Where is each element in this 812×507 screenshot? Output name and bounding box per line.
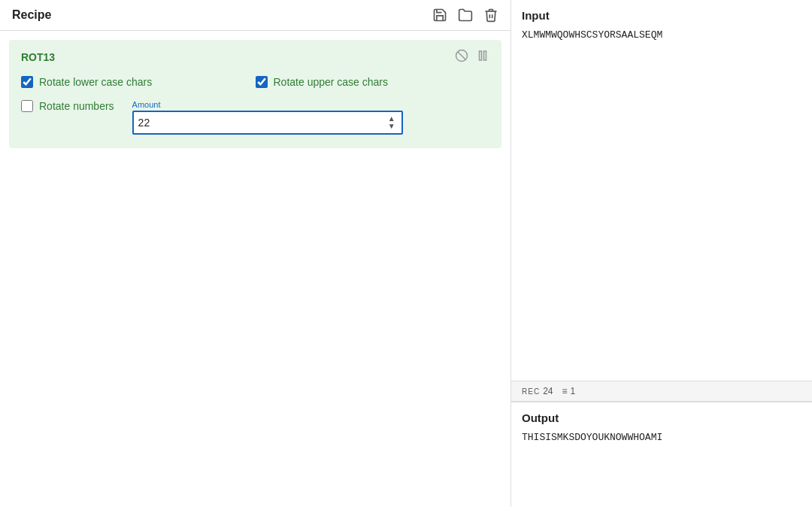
- recipe-title: Recipe: [12, 8, 51, 22]
- svg-line-1: [458, 52, 466, 60]
- status-lines: ≡ 1: [562, 386, 575, 396]
- status-bar: REC 24 ≡ 1: [511, 381, 812, 402]
- rotate-lower-label: Rotate lower case chars: [39, 76, 152, 88]
- line-separator-icon: ≡: [562, 386, 567, 396]
- amount-decrement-button[interactable]: ▼: [386, 123, 397, 130]
- rotate-upper-checkbox-group[interactable]: Rotate upper case chars: [256, 76, 490, 88]
- status-rec: REC 24: [522, 386, 553, 396]
- output-textarea[interactable]: [522, 432, 801, 498]
- output-title: Output: [522, 411, 801, 424]
- rot13-header: ROT13: [21, 49, 489, 65]
- rec-label: REC: [522, 387, 540, 396]
- open-folder-icon[interactable]: [458, 8, 473, 23]
- rot13-label: ROT13: [21, 51, 55, 63]
- right-panel: Input REC 24 ≡ 1 Output: [511, 0, 812, 507]
- disable-icon[interactable]: [455, 49, 468, 65]
- rotate-lower-checkbox[interactable]: [21, 76, 33, 88]
- rot13-bottom: Rotate numbers Amount ▲ ▼: [21, 100, 489, 135]
- rot13-actions: [455, 49, 489, 65]
- input-section: Input: [511, 0, 812, 381]
- input-title: Input: [522, 9, 801, 22]
- recipe-empty-area: [0, 157, 511, 507]
- rot13-checkboxes: Rotate lower case chars Rotate upper cas…: [21, 76, 489, 88]
- recipe-toolbar: [432, 8, 498, 23]
- svg-rect-2: [480, 51, 482, 60]
- char-count: 24: [543, 386, 553, 396]
- rot13-block: ROT13 Rotate l: [9, 40, 501, 148]
- rotate-upper-label: Rotate upper case chars: [274, 76, 389, 88]
- left-panel: Recipe: [0, 0, 511, 507]
- save-icon[interactable]: [432, 8, 447, 23]
- pause-icon[interactable]: [476, 49, 489, 65]
- amount-spinner: ▲ ▼: [386, 115, 397, 130]
- rotate-numbers-checkbox-group[interactable]: Rotate numbers: [21, 100, 114, 112]
- recipe-header: Recipe: [0, 0, 511, 31]
- rotate-numbers-label: Rotate numbers: [39, 100, 114, 112]
- output-section: Output: [511, 402, 812, 507]
- amount-input[interactable]: [138, 117, 386, 129]
- input-textarea[interactable]: [522, 29, 801, 372]
- rotate-numbers-checkbox[interactable]: [21, 100, 33, 112]
- amount-input-wrapper: ▲ ▼: [132, 111, 403, 135]
- line-count: 1: [571, 386, 576, 396]
- amount-label: Amount: [132, 100, 403, 109]
- svg-rect-3: [484, 51, 486, 60]
- rotate-lower-checkbox-group[interactable]: Rotate lower case chars: [21, 76, 256, 88]
- delete-icon[interactable]: [483, 8, 498, 23]
- rotate-upper-checkbox[interactable]: [256, 76, 268, 88]
- amount-field: Amount ▲ ▼: [132, 100, 403, 135]
